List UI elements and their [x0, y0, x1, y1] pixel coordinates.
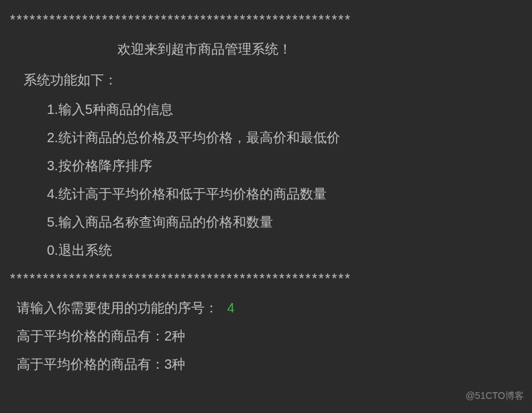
menu-item-5: 5.输入商品名称查询商品的价格和数量: [47, 209, 522, 235]
menu-item-3: 3.按价格降序排序: [47, 153, 522, 178]
prompt-line: 请输入你需要使用的功能的序号： 4: [10, 295, 522, 320]
menu-list: 1.输入5种商品的信息 2.统计商品的总价格及平均价格，最高价和最低价 3.按价…: [10, 97, 522, 263]
result-line-1: 高于平均价格的商品有：2种: [10, 323, 522, 349]
separator-bottom: ****************************************…: [10, 266, 522, 291]
prompt-text: 请输入你需要使用的功能的序号：: [17, 300, 218, 315]
menu-subtitle: 系统功能如下：: [10, 67, 522, 93]
menu-item-2: 2.统计商品的总价格及平均价格，最高价和最低价: [47, 125, 522, 150]
menu-item-1: 1.输入5种商品的信息: [47, 97, 522, 122]
user-input[interactable]: 4: [227, 300, 235, 315]
menu-item-4: 4.统计高于平均价格和低于平均价格的商品数量: [47, 181, 522, 206]
welcome-title: 欢迎来到超市商品管理系统！: [10, 36, 522, 62]
watermark: @51CTO博客: [466, 387, 524, 405]
menu-item-0: 0.退出系统: [47, 237, 522, 263]
result-line-2: 高于平均价格的商品有：3种: [10, 351, 522, 377]
separator-top: ****************************************…: [10, 7, 522, 32]
